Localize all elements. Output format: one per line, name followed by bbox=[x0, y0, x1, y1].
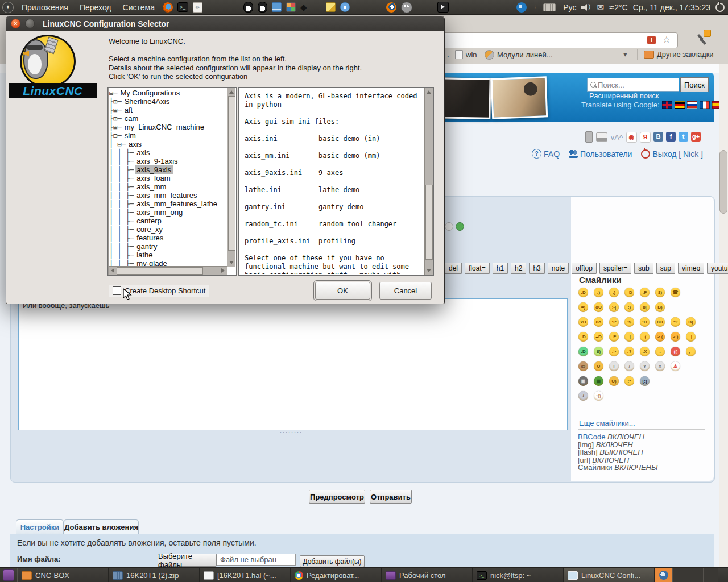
tree-item[interactable]: ├⊞─my_LinuxCNC_machine bbox=[109, 123, 227, 131]
forum-search-input[interactable]: Поиск... bbox=[587, 78, 679, 92]
show-desktop-button[interactable] bbox=[0, 568, 18, 582]
weather-indicator[interactable]: ≈ 2°C bbox=[609, 2, 628, 12]
facebook-icon[interactable]: f bbox=[666, 132, 676, 142]
inkscape-launcher-icon[interactable]: ◆ bbox=[300, 2, 307, 13]
font-color-icon[interactable] bbox=[445, 222, 453, 231]
bbcode-button-sub[interactable]: sub bbox=[634, 263, 653, 274]
smiley-icon[interactable]: :-| bbox=[609, 302, 619, 312]
tree-item[interactable]: │ │ ├─axis_mm bbox=[109, 182, 227, 191]
scroll-down-icon[interactable] bbox=[427, 269, 431, 272]
advanced-search-link[interactable]: Расширенный поиск bbox=[589, 92, 659, 100]
notes-launcher-icon[interactable] bbox=[272, 2, 282, 12]
smiley-icon[interactable]: :) bbox=[624, 302, 634, 312]
tree-item[interactable]: │ ⊟─axis bbox=[109, 140, 227, 148]
minimize-icon[interactable]: – bbox=[25, 19, 35, 28]
users-link[interactable]: Пользователи bbox=[569, 149, 632, 159]
flag-fr-icon[interactable] bbox=[700, 101, 710, 109]
workspace-cell-3[interactable] bbox=[703, 568, 718, 582]
smiley-icon[interactable]: 8O bbox=[655, 317, 665, 327]
tree-item[interactable]: │ │ ├─axis_foam bbox=[109, 174, 227, 182]
text-size-control[interactable]: vA^ bbox=[611, 133, 623, 142]
distributor-logo-icon[interactable]: ✦ bbox=[2, 2, 14, 13]
tree-hscroll-thumb[interactable] bbox=[117, 267, 203, 275]
bbcode-button-h1[interactable]: h1 bbox=[493, 263, 508, 274]
smiley-icon[interactable]: 8o bbox=[594, 317, 603, 327]
tree-item[interactable]: │ │ ├─gantry bbox=[109, 242, 227, 251]
gimp-launcher-icon[interactable] bbox=[401, 2, 412, 13]
close-icon[interactable]: ✕ bbox=[11, 19, 20, 28]
bookmark-win[interactable]: win bbox=[455, 50, 477, 59]
flash-plugin-icon[interactable]: f bbox=[647, 36, 656, 44]
thunderbird-tray-icon[interactable] bbox=[516, 2, 527, 13]
add-files-button[interactable]: Добавить файл(ы) bbox=[300, 555, 365, 567]
smiley-icon[interactable]: B) bbox=[655, 302, 665, 312]
power-icon[interactable] bbox=[715, 3, 725, 12]
page-scrollbar[interactable] bbox=[719, 64, 728, 567]
bbcode-button-float=[interactable]: float= bbox=[465, 263, 490, 274]
smiley-icon[interactable]: :O bbox=[640, 317, 650, 327]
smiley-icon[interactable]: 8) bbox=[655, 288, 665, 297]
gplus-icon[interactable]: g+ bbox=[691, 132, 701, 142]
tab-add-attachments[interactable]: Добавить вложения bbox=[64, 519, 139, 534]
tree-item[interactable]: │ │ ├─features bbox=[109, 234, 227, 242]
linuxcnc-sim-launcher-icon[interactable] bbox=[258, 2, 267, 13]
smiley-icon[interactable]: U bbox=[594, 361, 603, 371]
smiley-icon[interactable]: :? bbox=[671, 317, 680, 327]
smiley-icon[interactable]: :( bbox=[640, 332, 650, 342]
smiley-icon[interactable]: :P bbox=[640, 288, 650, 297]
smiley-icon[interactable]: B) bbox=[686, 317, 696, 327]
flag-ru-icon[interactable] bbox=[687, 101, 697, 109]
text-editor-launcher-icon[interactable]: ✏ bbox=[193, 2, 202, 13]
smiley-icon[interactable]: ⚠ bbox=[671, 361, 680, 371]
panel-menu-Приложения[interactable]: Приложения bbox=[16, 0, 74, 14]
choose-files-button[interactable]: Выберите файлы bbox=[158, 554, 217, 567]
twitter-icon[interactable]: t bbox=[679, 132, 688, 142]
smiley-icon[interactable]: :) bbox=[594, 288, 603, 297]
smiley-icon[interactable]: :> bbox=[609, 347, 619, 356]
textarea-resize-handle[interactable]: ········ bbox=[278, 429, 305, 435]
smiley-icon[interactable]: ▦ bbox=[594, 376, 603, 386]
ok-button[interactable]: OK bbox=[315, 282, 370, 300]
tree-item[interactable]: ├⊞─cam bbox=[109, 114, 227, 123]
palette-launcher-icon[interactable] bbox=[286, 2, 296, 12]
taskbar-item[interactable]: 16K20T1 (2).zip bbox=[109, 568, 200, 582]
smiley-icon[interactable]: U) bbox=[609, 376, 619, 386]
bbcode-button-del[interactable]: del bbox=[445, 263, 462, 274]
firefox-launcher-icon[interactable] bbox=[163, 2, 173, 13]
taskbar-item[interactable]: >_nick@ltsp: ~ bbox=[473, 568, 564, 582]
tree-item[interactable]: │ │ ├─lathe bbox=[109, 251, 227, 259]
taskbar-item[interactable]: Редактироват... bbox=[291, 568, 382, 582]
yandex-icon[interactable]: Я bbox=[640, 132, 651, 143]
panel-menu-Система[interactable]: Система bbox=[117, 0, 160, 14]
smiley-icon[interactable]: Y bbox=[640, 361, 650, 371]
tree-vscrollbar[interactable] bbox=[227, 88, 235, 267]
smiley-icon[interactable]: :* bbox=[624, 376, 634, 386]
message-textarea[interactable]: Или вообще, запускаешь bbox=[18, 298, 568, 430]
more-smilies-link[interactable]: Еще смайлики... bbox=[579, 419, 635, 427]
chromium-launcher-icon[interactable] bbox=[340, 2, 350, 12]
bbcode-button-sup[interactable]: sup bbox=[656, 263, 675, 274]
bookmark-modules[interactable]: Модули линей... bbox=[485, 50, 553, 60]
smiley-icon[interactable]: >:) bbox=[671, 332, 680, 342]
scroll-down-icon[interactable] bbox=[229, 261, 234, 264]
smiley-icon[interactable]: :| bbox=[686, 332, 696, 342]
smiley-icon[interactable]: -.- bbox=[655, 347, 665, 356]
smiley-icon[interactable]: ▣ bbox=[578, 376, 588, 386]
smiley-icon[interactable]: :X bbox=[640, 347, 650, 356]
description-vscrollbar[interactable] bbox=[424, 88, 433, 275]
volume-icon[interactable]: ) bbox=[581, 3, 592, 11]
smiley-icon[interactable]: =) bbox=[578, 302, 588, 312]
smiley-icon[interactable]: =D bbox=[624, 288, 634, 297]
smiley-icon[interactable]: :D bbox=[578, 288, 588, 297]
tree-vscroll-thumb[interactable] bbox=[228, 96, 235, 251]
smiley-icon[interactable]: >:( bbox=[655, 332, 665, 342]
smiley-icon[interactable]: :$ bbox=[624, 317, 634, 327]
tree-hscrollbar[interactable] bbox=[109, 266, 227, 275]
bbcode-button-youtube[interactable]: youtube bbox=[707, 263, 728, 274]
bbcode-button-spoiler=[interactable]: spoiler= bbox=[599, 263, 631, 274]
other-bookmarks-folder[interactable]: Другие закладки bbox=[644, 50, 714, 59]
smiley-icon[interactable]: :| bbox=[624, 332, 634, 342]
logout-link[interactable]: Выход [ Nick ] bbox=[641, 149, 703, 159]
workspace-cell-1[interactable] bbox=[672, 568, 688, 582]
workspace-cell-2[interactable] bbox=[688, 568, 703, 582]
